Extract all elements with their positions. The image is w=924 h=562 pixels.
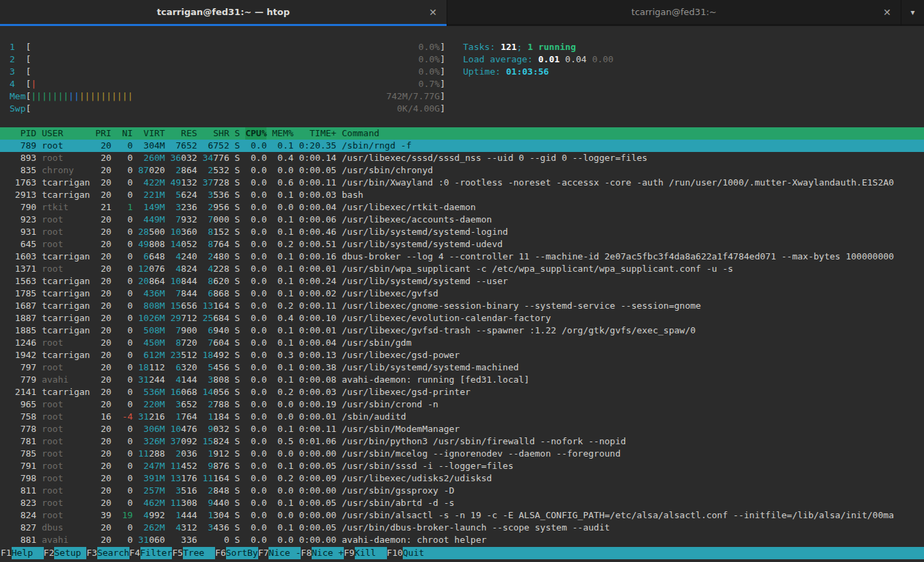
meters-left: 1[0.0%]2[0.0%]3[0.0%]4[|0.7%]Mem[|||||||… (10, 41, 445, 115)
cell: 6320 (171, 361, 197, 374)
cell-mem: 0.5 (272, 435, 293, 448)
meter-bar: 0.0% (31, 41, 440, 53)
cell-state: S (235, 522, 240, 534)
process-row-1563[interactable]: 1563tcarrigan20020864108448620S0.00.10:0… (0, 275, 924, 288)
process-row-931[interactable]: 931root20028500103608152S0.00.10:00.46/u… (0, 226, 924, 238)
process-row-798[interactable]: 798root200391M1317611164S0.00.20:00.09/u… (0, 472, 924, 485)
fkey-f7[interactable]: F7Nice - (258, 547, 301, 559)
fkey-f10[interactable]: F10Quit (387, 547, 435, 559)
fkey-f9[interactable]: F9Kill (344, 547, 387, 559)
fkey-f5[interactable]: F5Tree (172, 547, 215, 559)
close-icon[interactable] (883, 8, 891, 17)
process-row-785[interactable]: 785root2001128820361912S0.00.00:00.00/us… (0, 448, 924, 460)
process-row-758[interactable]: 758root16-43121617641184S0.00.00:00.01/s… (0, 411, 924, 423)
cell-ni: 0 (116, 140, 132, 152)
cell-mem: 0.4 (272, 152, 293, 164)
process-row-1603[interactable]: 1603tcarrigan200664842402480S0.00.10:00.… (0, 251, 924, 263)
cell-mem: 0.0 (272, 411, 293, 423)
process-row-1687[interactable]: 1687tcarrigan200808M1565613164S0.00.20:0… (0, 300, 924, 312)
cell-pid: 1885 (10, 324, 36, 337)
process-row-893[interactable]: 893root200260M3603234776S0.00.40:00.14/u… (0, 152, 924, 164)
column-header-time[interactable]: TIME+ (299, 127, 336, 140)
process-row-827[interactable]: 827dbus200262M43123436S0.00.10:00.05/usr… (0, 522, 924, 534)
column-header-shr[interactable]: SHR (203, 127, 229, 140)
cell-cpu: 0.0 (245, 374, 266, 386)
process-row-797[interactable]: 797root2001811263205456S0.00.10:00.38/us… (0, 361, 924, 374)
process-row-791[interactable]: 791root200247M114529876S0.00.10:00.05/us… (0, 460, 924, 472)
process-row-2913[interactable]: 2913tcarrigan200221M56243536S0.00.10:00.… (0, 189, 924, 201)
process-row-779[interactable]: 779avahi2003124441443808S0.00.10:00.08av… (0, 374, 924, 386)
meters-right: Tasks:121;1 running Load average:0.010.0… (463, 41, 614, 115)
process-row-881[interactable]: 881avahi200310603360S0.00.00:00.00avahi-… (0, 534, 924, 546)
column-header-command[interactable]: Command (342, 127, 914, 140)
process-row-1885[interactable]: 1885tcarrigan200508M79006940S0.00.10:00.… (0, 324, 924, 337)
column-header-pid[interactable]: PID (10, 127, 36, 140)
cell-state: S (235, 288, 240, 300)
process-row-790[interactable]: 790rtkit211149M32362956S0.00.00:00.04/us… (0, 201, 924, 214)
column-header-res[interactable]: RES (171, 127, 197, 140)
process-row-923[interactable]: 923root200449M79327000S0.00.10:00.06/usr… (0, 214, 924, 226)
column-header-ni[interactable]: NI (116, 127, 132, 140)
cell-time: 0:00.05 (299, 164, 336, 177)
cell-user: tcarrigan (42, 275, 90, 288)
fkey-f1[interactable]: F1Help (1, 547, 44, 559)
process-row-778[interactable]: 778root200306M104769032S0.00.10:00.11/us… (0, 423, 924, 435)
process-row-1371[interactable]: 1371root2001207648244228S0.00.10:00.01/u… (0, 263, 924, 275)
close-icon[interactable] (429, 8, 437, 17)
fkey-f8[interactable]: F8Nice + (301, 547, 344, 559)
cell-time: 0:00.14 (299, 152, 336, 164)
cell-mem: 0.2 (272, 386, 293, 398)
cell-command: /usr/bin/dbus-broker-launch --scope syst… (342, 522, 914, 534)
process-row-1887[interactable]: 1887tcarrigan2001026M2971225684S0.00.40:… (0, 312, 924, 324)
cell-time: 0:01.06 (299, 435, 336, 448)
column-header-virt[interactable]: VIRT (138, 127, 165, 140)
cell-mem: 0.1 (272, 324, 293, 337)
process-row-1785[interactable]: 1785tcarrigan200436M78446868S0.00.10:00.… (0, 288, 924, 300)
cell-time: 0:00.16 (299, 251, 336, 263)
tab-htop[interactable]: tcarrigan@fed31:~ — htop (0, 0, 447, 26)
cell: 6752 (203, 140, 229, 152)
cell-time: 0:00.08 (299, 374, 336, 386)
process-row-1763[interactable]: 1763tcarrigan200422M4913237728S0.00.60:0… (0, 177, 924, 189)
cell-pri: 20 (95, 374, 111, 386)
process-row-835[interactable]: 835chrony2008702028642532S0.00.00:00.05/… (0, 164, 924, 177)
process-row-811[interactable]: 811root200257M35162848S0.00.00:00.00/usr… (0, 485, 924, 497)
meter-value: 0.0% (419, 66, 440, 78)
process-row-2141[interactable]: 2141tcarrigan200536M1606814056S0.00.20:0… (0, 386, 924, 398)
cell-command: dbus-broker --log 4 --controller 11 --ma… (342, 251, 914, 263)
fkey-f3[interactable]: F3Search (86, 547, 129, 559)
cell: 808M (138, 300, 165, 312)
process-row-781[interactable]: 781root200326M3709215824S0.00.50:01.06/u… (0, 435, 924, 448)
cell-state: S (235, 251, 240, 263)
cell-command: /usr/libexec/sssd/sssd_nss --uid 0 --gid… (342, 152, 914, 164)
cell-cpu: 0.0 (245, 509, 266, 522)
column-header-s[interactable]: S (235, 127, 240, 140)
process-row-1246[interactable]: 1246root200450M87207604S0.00.10:00.04/us… (0, 337, 924, 349)
process-row-645[interactable]: 645root20049808140528764S0.00.20:00.51/u… (0, 238, 924, 251)
process-row-824[interactable]: 824root3919499214441304S0.00.00:00.00/us… (0, 509, 924, 522)
column-header-user[interactable]: USER (42, 127, 90, 140)
meter-bar-segment: |||||||||| (79, 91, 133, 101)
cell-state: S (235, 509, 240, 522)
tab-menu-button[interactable] (901, 0, 924, 26)
process-row-1942[interactable]: 1942tcarrigan200612M2351218492S0.00.30:0… (0, 349, 924, 361)
column-header-pri[interactable]: PRI (95, 127, 111, 140)
column-header-mem[interactable]: MEM% (272, 127, 293, 140)
process-row-823[interactable]: 823root200462M113089440S0.00.10:00.05/us… (0, 497, 924, 509)
fkey-f4[interactable]: F4Filter (129, 547, 173, 559)
cell-command: /usr/bin/python3 /usr/sbin/firewalld --n… (342, 435, 914, 448)
cell-mem: 0.0 (272, 509, 293, 522)
cell-state: S (235, 374, 240, 386)
fkey-bar-fill (435, 547, 924, 559)
terminal-screen: 1[0.0%]2[0.0%]3[0.0%]4[|0.7%]Mem[|||||||… (0, 26, 924, 562)
cell-time: 0:00.00 (299, 485, 336, 497)
fkey-f2[interactable]: F2Setup (44, 547, 87, 559)
cell: 1764 (171, 411, 197, 423)
cell-ni: 0 (116, 534, 132, 546)
tab-shell[interactable]: tcarrigan@fed31:~ (447, 0, 901, 26)
fkey-f6[interactable]: F6SortBy (215, 547, 258, 559)
process-row-965[interactable]: 965root200220M36522788S0.00.00:00.19/usr… (0, 398, 924, 411)
column-header-cpu[interactable]: CPU% (245, 127, 266, 140)
process-row-789[interactable]: 789root200304M76526752S0.00.10:20.35/sbi… (0, 140, 924, 152)
cell: 9876 (203, 460, 229, 472)
